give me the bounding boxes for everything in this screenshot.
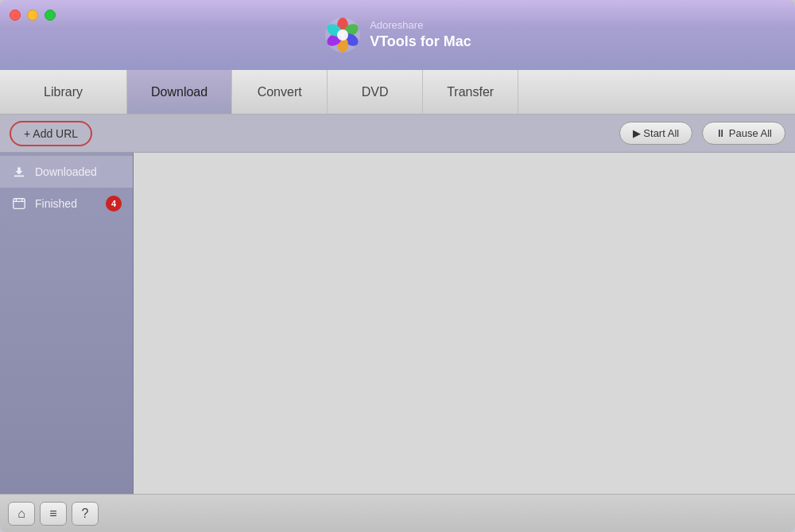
home-icon: ⌂ — [17, 507, 25, 521]
pause-all-button[interactable]: ⏸ Pause All — [702, 122, 785, 145]
maximize-button[interactable] — [45, 10, 56, 21]
tab-library[interactable]: Library — [0, 70, 127, 114]
sidebar: Downloaded Finished 4 — [0, 153, 134, 494]
sidebar-label-finished: Finished — [35, 197, 77, 210]
tab-convert[interactable]: Convert — [232, 70, 328, 114]
tab-dvd[interactable]: DVD — [328, 70, 423, 114]
home-button[interactable]: ⌂ — [8, 502, 35, 526]
svg-rect-8 — [14, 176, 25, 177]
app-name: Adoreshare VTools for Mac — [370, 19, 471, 51]
svg-point-7 — [337, 29, 348, 41]
app-logo-icon — [324, 16, 362, 54]
tab-transfer[interactable]: Transfer — [423, 70, 518, 114]
minimize-button[interactable] — [27, 10, 38, 21]
app-name-bottom: VTools for Mac — [370, 33, 471, 51]
main-content: Downloaded Finished 4 — [0, 153, 795, 494]
bottom-bar: ⌂ ≡ ? — [0, 494, 795, 532]
content-area — [134, 153, 795, 494]
nav-tabs: Library Download Convert DVD Transfer — [0, 70, 795, 115]
app-logo: Adoreshare VTools for Mac — [324, 16, 471, 54]
list-button[interactable]: ≡ — [40, 502, 67, 526]
toolbar: + Add URL ▶ Start All ⏸ Pause All — [0, 115, 795, 153]
sidebar-label-downloaded: Downloaded — [35, 165, 97, 178]
tab-download[interactable]: Download — [127, 70, 232, 114]
start-all-button[interactable]: ▶ Start All — [619, 122, 692, 145]
sidebar-item-downloaded[interactable]: Downloaded — [0, 156, 133, 188]
add-url-button[interactable]: + Add URL — [10, 121, 92, 146]
app-name-top: Adoreshare — [370, 19, 471, 33]
svg-rect-9 — [14, 199, 25, 209]
close-button[interactable] — [10, 10, 21, 21]
finished-badge: 4 — [106, 196, 122, 212]
window-controls — [10, 10, 56, 21]
finished-icon — [11, 196, 27, 212]
title-bar: Adoreshare VTools for Mac — [0, 0, 795, 70]
sidebar-item-finished[interactable]: Finished 4 — [0, 188, 133, 219]
help-button[interactable]: ? — [72, 502, 99, 526]
download-icon — [11, 164, 27, 180]
list-icon: ≡ — [49, 507, 56, 521]
help-icon: ? — [82, 507, 89, 521]
